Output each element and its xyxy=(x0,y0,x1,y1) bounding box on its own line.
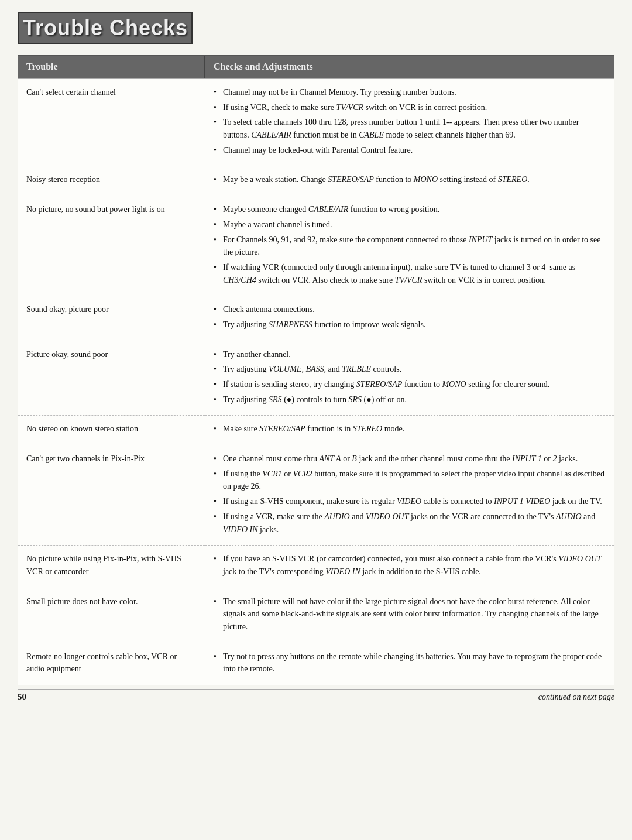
page-footer: 50 continued on next page xyxy=(18,689,614,702)
checks-list: Make sure STEREO/SAP function is in STER… xyxy=(214,423,606,436)
table-row: Sound okay, picture poorCheck antenna co… xyxy=(18,296,614,341)
trouble-cell: Can't get two channels in Pix-in-Pix xyxy=(18,445,205,546)
checks-list: Try not to press any buttons on the remo… xyxy=(214,650,606,676)
list-item: Try another channel. xyxy=(214,348,606,361)
checks-col-header: Checks and Adjustments xyxy=(205,56,614,78)
checks-cell: One channel must come thru ANT A or B ja… xyxy=(205,445,614,546)
trouble-cell: Small picture does not have color. xyxy=(18,588,205,643)
list-item: If using an S-VHS component, make sure i… xyxy=(214,495,606,508)
table-row: Picture okay, sound poorTry another chan… xyxy=(18,341,614,416)
list-item: If you have an S-VHS VCR (or camcorder) … xyxy=(214,553,606,578)
table-row: No picture, no sound but power light is … xyxy=(18,196,614,296)
trouble-cell: Can't select certain channel xyxy=(18,79,205,166)
checks-list: One channel must come thru ANT A or B ja… xyxy=(214,452,606,536)
trouble-cell: Sound okay, picture poor xyxy=(18,296,205,341)
trouble-cell: No picture, no sound but power light is … xyxy=(18,196,205,296)
list-item: Make sure STEREO/SAP function is in STER… xyxy=(214,423,606,436)
list-item: Try adjusting SRS (●) controls to turn S… xyxy=(214,393,606,406)
page-number: 50 xyxy=(18,692,26,702)
table-header: Trouble Checks and Adjustments xyxy=(18,55,614,78)
checks-cell: Channel may not be in Channel Memory. Tr… xyxy=(205,79,614,166)
list-item: Check antenna connections. xyxy=(214,303,606,316)
list-item: If using the VCR1 or VCR2 button, make s… xyxy=(214,468,606,493)
table-row: No stereo on known stereo stationMake su… xyxy=(18,416,614,445)
list-item: Maybe a vacant channel is tuned. xyxy=(214,218,606,231)
list-item: Channel may be locked-out with Parental … xyxy=(214,144,606,157)
table-row: No picture while using Pix-in-Pix, with … xyxy=(18,546,614,588)
checks-list: Try another channel.Try adjusting VOLUME… xyxy=(214,348,606,406)
trouble-cell: Remote no longer controls cable box, VCR… xyxy=(18,643,205,685)
checks-cell: Check antenna connections.Try adjusting … xyxy=(205,296,614,341)
checks-cell: Maybe someone changed CABLE/AIR function… xyxy=(205,196,614,296)
checks-list: Channel may not be in Channel Memory. Tr… xyxy=(214,86,606,156)
list-item: Try not to press any buttons on the remo… xyxy=(214,650,606,676)
trouble-cell: No picture while using Pix-in-Pix, with … xyxy=(18,546,205,588)
checks-list: May be a weak station. Change STEREO/SAP… xyxy=(214,173,606,186)
table-row: Small picture does not have color.The sm… xyxy=(18,588,614,643)
list-item: Try adjusting SHARPNESS function to impr… xyxy=(214,318,606,331)
list-item: If watching VCR (connected only through … xyxy=(214,261,606,286)
table-row: Can't select certain channelChannel may … xyxy=(18,79,614,166)
list-item: Channel may not be in Channel Memory. Tr… xyxy=(214,86,606,99)
list-item: One channel must come thru ANT A or B ja… xyxy=(214,452,606,465)
checks-cell: Try another channel.Try adjusting VOLUME… xyxy=(205,341,614,416)
checks-cell: Make sure STEREO/SAP function is in STER… xyxy=(205,416,614,445)
trouble-col-header: Trouble xyxy=(18,56,205,78)
list-item: The small picture will not have color if… xyxy=(214,595,606,633)
list-item: For Channels 90, 91, and 92, make sure t… xyxy=(214,234,606,259)
title-box: Trouble Checks xyxy=(18,12,193,44)
page-header: Trouble Checks xyxy=(18,12,614,44)
trouble-cell: Noisy stereo reception xyxy=(18,166,205,196)
table-row: Can't get two channels in Pix-in-PixOne … xyxy=(18,445,614,546)
list-item: To select cable channels 100 thru 128, p… xyxy=(214,116,606,141)
table-row: Noisy stereo receptionMay be a weak stat… xyxy=(18,166,614,196)
trouble-cell: Picture okay, sound poor xyxy=(18,341,205,416)
checks-list: Maybe someone changed CABLE/AIR function… xyxy=(214,203,606,286)
list-item: Try adjusting VOLUME, BASS, and TREBLE c… xyxy=(214,363,606,376)
list-item: Maybe someone changed CABLE/AIR function… xyxy=(214,203,606,216)
trouble-table: Can't select certain channelChannel may … xyxy=(18,78,614,685)
list-item: If station is sending stereo, try changi… xyxy=(214,378,606,391)
list-item: If using a VCR, make sure the AUDIO and … xyxy=(214,510,606,536)
list-item: If using VCR, check to make sure TV/VCR … xyxy=(214,101,606,114)
table-row: Remote no longer controls cable box, VCR… xyxy=(18,643,614,685)
checks-list: Check antenna connections.Try adjusting … xyxy=(214,303,606,331)
checks-list: If you have an S-VHS VCR (or camcorder) … xyxy=(214,553,606,578)
checks-cell: The small picture will not have color if… xyxy=(205,588,614,643)
list-item: May be a weak station. Change STEREO/SAP… xyxy=(214,173,606,186)
continued-text: continued on next page xyxy=(538,692,614,702)
checks-cell: Try not to press any buttons on the remo… xyxy=(205,643,614,685)
checks-cell: May be a weak station. Change STEREO/SAP… xyxy=(205,166,614,196)
checks-list: The small picture will not have color if… xyxy=(214,595,606,633)
trouble-cell: No stereo on known stereo station xyxy=(18,416,205,445)
checks-cell: If you have an S-VHS VCR (or camcorder) … xyxy=(205,546,614,588)
page-title: Trouble Checks xyxy=(23,16,188,40)
